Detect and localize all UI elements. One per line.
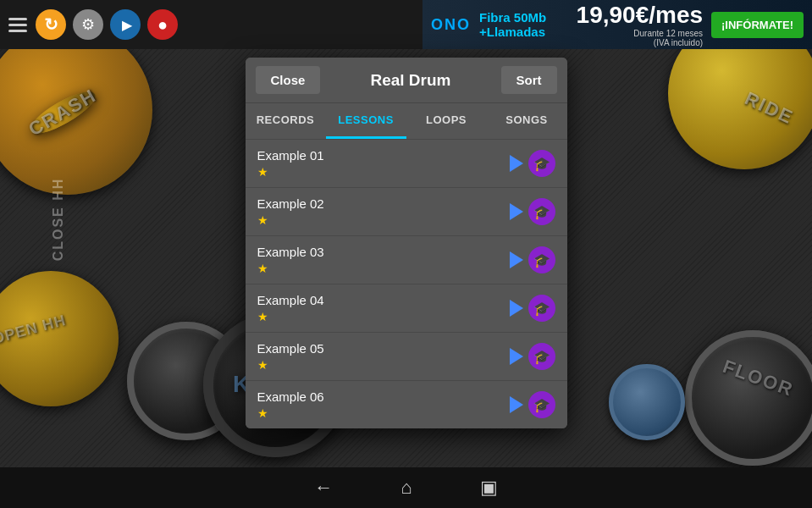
lesson-button[interactable]: 🎓 [528, 343, 555, 370]
song-star: ★ [257, 165, 510, 179]
lesson-button[interactable]: 🎓 [528, 150, 555, 177]
song-info: Example 02 ★ [257, 196, 510, 227]
sort-button[interactable]: Sort [501, 66, 557, 94]
ad-banner: ONO Fibra 50Mb +Llamadas 19,90€/mes Dura… [423, 0, 812, 49]
song-name: Example 05 [257, 341, 510, 356]
play-button[interactable]: ▶ [110, 9, 141, 40]
graduation-icon: 🎓 [533, 397, 550, 413]
song-row: Example 02 ★ 🎓 [246, 187, 567, 235]
graduation-icon: 🎓 [533, 252, 550, 268]
record-button[interactable]: ● [147, 9, 178, 40]
song-info: Example 04 ★ [257, 293, 510, 323]
settings-button[interactable]: ⚙ [73, 9, 103, 40]
song-row: Example 06 ★ 🎓 [246, 380, 567, 428]
song-actions: 🎓 [510, 391, 555, 418]
song-name: Example 04 [257, 293, 510, 307]
song-star: ★ [257, 358, 510, 372]
ad-text: Fibra 50Mb +Llamadas [479, 10, 577, 39]
refresh-button[interactable]: ↻ [36, 9, 66, 40]
play-song-button[interactable] [510, 155, 523, 172]
ad-cta-button[interactable]: ¡INFÓRMATE! [711, 12, 804, 38]
tab-songs[interactable]: SONGS [487, 103, 567, 139]
song-row: Example 04 ★ 🎓 [246, 284, 567, 332]
play-song-button[interactable] [510, 203, 523, 220]
song-name: Example 01 [257, 148, 510, 163]
recents-button[interactable]: ▣ [480, 477, 498, 499]
song-actions: 🎓 [510, 343, 555, 370]
graduation-icon: 🎓 [533, 349, 550, 365]
ad-price: 19,90€/mes Durante 12 meses (IVA incluid… [577, 2, 703, 47]
ad-price-big: 19,90€/mes [577, 2, 703, 29]
graduation-icon: 🎓 [533, 156, 550, 172]
ad-price-subtitle: Durante 12 meses [633, 29, 703, 38]
record-icon: ● [157, 15, 168, 35]
home-button[interactable]: ⌂ [400, 477, 412, 499]
refresh-icon: ↻ [44, 14, 58, 35]
modal-tabs: RECORDS LESSONS LOOPS SONGS [246, 103, 567, 139]
ad-logo: ONO [431, 16, 471, 34]
song-list: Example 01 ★ 🎓 Example 02 ★ 🎓 [246, 139, 567, 428]
song-star: ★ [257, 406, 510, 420]
tab-lessons[interactable]: LESSONS [326, 103, 406, 139]
song-actions: 🎓 [510, 295, 555, 322]
bottom-nav: ← ⌂ ▣ [0, 467, 812, 508]
lesson-button[interactable]: 🎓 [528, 391, 555, 418]
song-info: Example 06 ★ [257, 389, 510, 420]
ad-fiber-line2: +Llamadas [479, 25, 577, 39]
song-star: ★ [257, 262, 510, 275]
tab-records[interactable]: RECORDS [246, 103, 326, 139]
close-hh-label: CLOSE HH [51, 178, 66, 262]
song-row: Example 01 ★ 🎓 [246, 139, 567, 187]
tab-loops[interactable]: LOOPS [406, 103, 487, 139]
tambourine [609, 364, 685, 440]
play-song-button[interactable] [510, 251, 523, 268]
lesson-button[interactable]: 🎓 [528, 198, 555, 225]
settings-icon: ⚙ [81, 15, 95, 34]
lesson-button[interactable]: 🎓 [528, 246, 555, 273]
graduation-icon: 🎓 [533, 301, 550, 317]
play-song-button[interactable] [510, 348, 523, 365]
song-actions: 🎓 [510, 150, 555, 177]
play-song-button[interactable] [510, 300, 523, 317]
play-icon: ▶ [122, 17, 132, 33]
song-info: Example 03 ★ [257, 245, 510, 275]
song-name: Example 02 [257, 196, 510, 211]
modal-header: Close Real Drum Sort [246, 58, 567, 103]
song-name: Example 06 [257, 389, 510, 404]
lesson-button[interactable]: 🎓 [528, 295, 555, 322]
song-actions: 🎓 [510, 246, 555, 273]
modal-title: Real Drum [320, 71, 500, 90]
song-star: ★ [257, 213, 510, 227]
graduation-icon: 🎓 [533, 204, 550, 220]
ad-price-note: (IVA incluido) [654, 38, 703, 47]
back-button[interactable]: ← [314, 477, 333, 499]
song-info: Example 05 ★ [257, 341, 510, 372]
menu-button[interactable] [8, 18, 27, 32]
ad-fiber-line1: Fibra 50Mb [479, 10, 577, 25]
song-star: ★ [257, 310, 510, 323]
play-song-button[interactable] [510, 396, 523, 413]
floor-tom [685, 330, 812, 466]
close-button[interactable]: Close [256, 66, 321, 94]
song-info: Example 01 ★ [257, 148, 510, 179]
song-row: Example 05 ★ 🎓 [246, 332, 567, 380]
modal-dialog: Close Real Drum Sort RECORDS LESSONS LOO… [246, 58, 567, 428]
song-name: Example 03 [257, 245, 510, 259]
song-row: Example 03 ★ 🎓 [246, 235, 567, 284]
song-actions: 🎓 [510, 198, 555, 225]
